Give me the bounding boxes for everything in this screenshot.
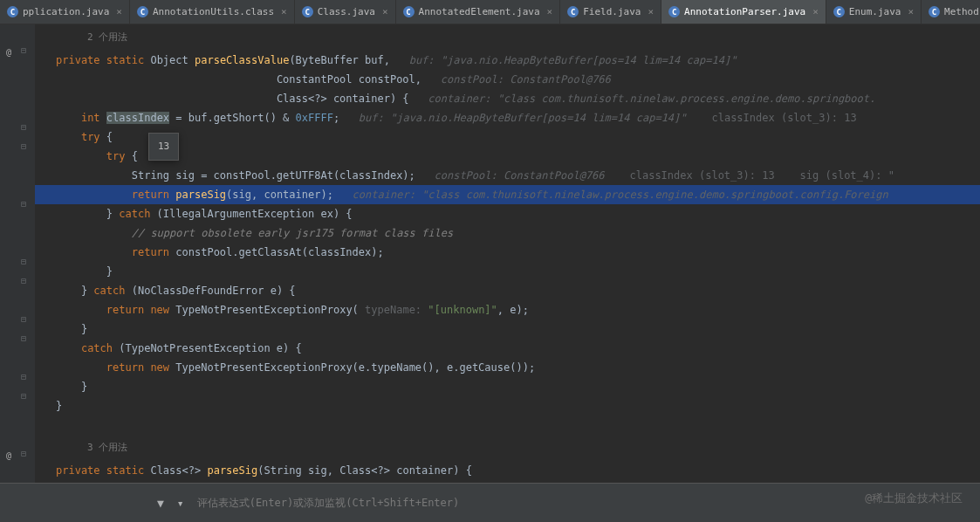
chevron-down-icon[interactable]: ▾ — [177, 497, 184, 510]
code-line[interactable]: catch (TypeNotPresentException e) { — [35, 339, 980, 358]
close-icon[interactable]: × — [281, 6, 287, 17]
fold-close-icon[interactable]: ⊟ — [21, 257, 30, 266]
tab-item[interactable]: CAnnotatedElement.java× — [396, 0, 561, 24]
file-icon: C — [567, 6, 579, 17]
code-area[interactable]: 2 个用法 private static Object parseClassVa… — [35, 24, 980, 480]
fold-icon[interactable]: ⊟ — [21, 276, 30, 285]
file-icon: C — [137, 6, 148, 17]
override-icon[interactable]: @ — [3, 45, 15, 58]
fold-icon[interactable]: ⊟ — [21, 333, 30, 343]
close-icon[interactable]: × — [116, 6, 122, 17]
code-line[interactable]: } catch (IllegalArgumentException ex) { — [35, 204, 980, 223]
code-line-current[interactable]: return parseSig(sig, container); contain… — [35, 185, 980, 204]
code-line[interactable]: private static Class<?> parseSig(String … — [35, 461, 980, 480]
file-icon: C — [929, 6, 940, 17]
tab-item[interactable]: CMethod.java× — [922, 0, 980, 24]
code-line[interactable]: } — [35, 396, 980, 416]
close-icon[interactable]: × — [812, 6, 819, 17]
usages-hint[interactable]: 2 个用法 — [35, 24, 980, 51]
code-editor[interactable]: @ ⊟ ⊟ ⊟ ⊟ ⊟ ⊟ ⊟ ⊟ ⊟ ⊟ @ ⊟ 2 个用法 private … — [0, 24, 980, 483]
evaluate-expression-input[interactable]: 评估表达式(Enter)或添加监视(Ctrl+Shift+Enter) — [197, 496, 963, 511]
code-line[interactable]: private static Object parseClassValue(By… — [35, 51, 980, 70]
close-icon[interactable]: × — [382, 6, 388, 17]
tab-item[interactable]: Cpplication.java× — [0, 0, 130, 24]
tab-item[interactable]: CField.java× — [560, 0, 661, 24]
code-line[interactable]: return new TypeNotPresentExceptionProxy(… — [35, 358, 980, 377]
code-line[interactable]: Class<?> container) { container: "class … — [35, 89, 980, 108]
code-line[interactable]: int classIndex = buf.getShort() & 0xFFFF… — [35, 108, 980, 127]
filter-icon[interactable]: ▼ — [157, 497, 164, 510]
usages-hint[interactable]: 3 个用法 — [35, 435, 980, 461]
code-line[interactable]: } — [35, 319, 980, 339]
override-icon[interactable]: @ — [3, 449, 15, 461]
fold-icon[interactable]: ⊟ — [21, 45, 30, 55]
tab-item[interactable]: CAnnotationUtils.class× — [130, 0, 295, 24]
gutter[interactable]: @ ⊟ ⊟ ⊟ ⊟ ⊟ ⊟ ⊟ ⊟ ⊟ ⊟ @ ⊟ — [0, 24, 35, 483]
code-line[interactable]: } — [35, 377, 980, 396]
code-line[interactable]: } catch (NoClassDefFoundError e) { — [35, 281, 980, 300]
tab-item-active[interactable]: CAnnotationParser.java× — [661, 0, 826, 24]
tab-item[interactable]: CClass.java× — [295, 0, 396, 24]
file-icon: C — [7, 6, 18, 17]
code-line[interactable]: ConstantPool constPool, constPool: Const… — [35, 70, 980, 89]
tab-item[interactable]: CEnum.java× — [826, 0, 922, 24]
close-icon[interactable]: × — [547, 6, 553, 17]
fold-close-icon[interactable]: ⊟ — [21, 314, 30, 324]
editor-tabs: Cpplication.java× CAnnotationUtils.class… — [0, 0, 980, 24]
fold-close-icon[interactable]: ⊟ — [21, 372, 30, 381]
file-icon: C — [833, 6, 845, 17]
debug-panel: ▼ ▾ 评估表达式(Enter)或添加监视(Ctrl+Shift+Enter) — [0, 483, 980, 522]
fold-icon[interactable]: ⊟ — [21, 449, 30, 458]
close-icon[interactable]: × — [648, 6, 654, 17]
close-icon[interactable]: × — [908, 6, 914, 17]
fold-close-icon[interactable]: ⊟ — [21, 391, 30, 401]
file-icon: C — [403, 6, 415, 17]
code-line[interactable]: return constPool.getClassAt(classIndex); — [35, 243, 980, 262]
value-tooltip: 13 — [148, 133, 179, 161]
code-line[interactable]: // support obsolete early jsr175 format … — [35, 223, 980, 243]
file-icon: C — [302, 6, 313, 17]
code-line[interactable]: return new TypeNotPresentExceptionProxy(… — [35, 300, 980, 319]
fold-icon[interactable]: ⊟ — [21, 141, 30, 151]
fold-icon[interactable]: ⊟ — [21, 199, 30, 209]
watermark: @稀土掘金技术社区 — [865, 491, 963, 506]
code-line[interactable]: String sig = constPool.getUTF8At(classIn… — [35, 166, 980, 185]
code-line[interactable] — [35, 416, 980, 435]
code-line[interactable]: } — [35, 262, 980, 281]
file-icon: C — [668, 6, 680, 17]
fold-icon[interactable]: ⊟ — [21, 122, 30, 132]
